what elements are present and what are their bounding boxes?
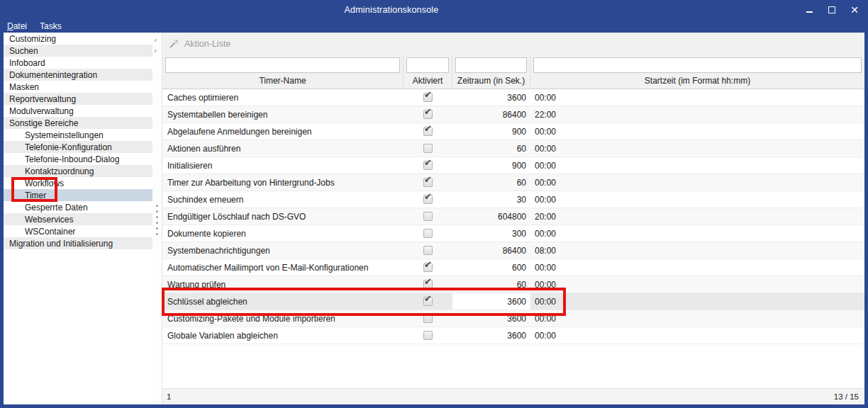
table-row[interactable]: Automatischer Mailimport von E-Mail-Konf… (162, 259, 864, 276)
sidebar-item-gesperrte-daten[interactable]: Gesperrte Daten (4, 201, 152, 213)
cell-startzeit: 00:00 (530, 144, 864, 154)
header-cell-aktiviert[interactable]: Aktiviert (404, 55, 452, 89)
sidebar-item-kontaktzuordnung[interactable]: Kontaktzuordnung (4, 165, 152, 177)
menu-item-datei[interactable]: Datei (7, 21, 27, 31)
sidebar-item-label: Customizing (9, 34, 56, 44)
filter-input-aktiviert[interactable] (406, 57, 449, 73)
menubar: DateiTasks (0, 20, 868, 33)
checkbox-unchecked-icon[interactable]: ✔ (423, 314, 433, 323)
cell-timer-name: Systemtabellen bereinigen (162, 110, 404, 120)
cell-aktiviert: ✔ (404, 310, 452, 327)
sidebar-item-dokumentenintegration[interactable]: Dokumentenintegration (4, 69, 152, 81)
checkbox-checked-icon[interactable]: ✔ (423, 110, 433, 119)
sidebar-item-timer[interactable]: Timer (4, 189, 152, 201)
table-row[interactable]: Wartung prüfen✔6000:00 (162, 276, 864, 293)
sidebar-item-telefonie-konfiguration[interactable]: Telefonie-Konfiguration (4, 141, 152, 153)
table-row[interactable]: Endgültiger Löschlauf nach DS-GVO✔604800… (162, 208, 864, 225)
expand-right-icon[interactable]: › (154, 47, 157, 55)
checkbox-checked-icon[interactable]: ✔ (423, 297, 433, 306)
window-controls: ✕ (803, 0, 861, 20)
table-row[interactable]: Schlüssel abgleichen✔360000:00 (162, 293, 864, 310)
checkbox-unchecked-icon[interactable]: ✔ (423, 229, 433, 238)
minimize-button[interactable] (803, 4, 816, 16)
sidebar-item-suchen[interactable]: Suchen (4, 45, 152, 57)
cell-aktiviert: ✔ (404, 225, 452, 242)
sidebar-item-label: Modulverwaltung (9, 106, 74, 116)
sidebar-item-reportverwaltung[interactable]: Reportverwaltung (4, 93, 152, 105)
cell-aktiviert: ✔ (404, 208, 452, 225)
table-row[interactable]: Caches optimieren✔360000:00 (162, 89, 864, 106)
sidebar-item-label: Kontaktzuordnung (25, 166, 94, 176)
table-row[interactable]: Suchindex erneuern✔3000:00 (162, 191, 864, 208)
checkbox-unchecked-icon[interactable]: ✔ (423, 144, 433, 153)
sidebar-item-masken[interactable]: Masken (4, 81, 152, 93)
sidebar-item-infoboard[interactable]: Infoboard (4, 57, 152, 69)
cell-zeitraum: 60 (452, 174, 530, 191)
table-row[interactable]: Systembenachrichtigungen✔8640008:00 (162, 242, 864, 259)
maximize-button[interactable] (825, 4, 838, 16)
cell-startzeit: 00:00 (530, 297, 864, 307)
table-row[interactable]: Aktionen ausführen✔6000:00 (162, 140, 864, 157)
sidebar-item-label: Sonstige Bereiche (9, 118, 78, 128)
cell-zeitraum: 86400 (452, 242, 530, 259)
table-row[interactable]: Timer zur Abarbeitung von Hintergrund-Jo… (162, 174, 864, 191)
sidebar-item-webservices[interactable]: Webservices (4, 213, 152, 225)
cell-startzeit: 00:00 (530, 331, 864, 341)
filter-input-startzeit[interactable] (533, 57, 862, 73)
sidebar-item-wscontainer[interactable]: WSContainer (4, 225, 152, 237)
header-cell-zeitraum[interactable]: Zeitraum (in Sek.) (452, 55, 530, 89)
sidebar-item-label: Systemeinstellungen (25, 130, 104, 140)
sidebar-splitter[interactable]: ‹ › (152, 33, 162, 404)
checkbox-checked-icon[interactable]: ✔ (423, 127, 433, 136)
cell-aktiviert: ✔ (404, 242, 452, 259)
titlebar: Administrationskonsole ✕ (0, 0, 868, 20)
checkbox-unchecked-icon[interactable]: ✔ (423, 246, 433, 255)
statusbar-page-indicator: 1 (167, 392, 171, 401)
table-row[interactable]: Dokumente kopieren✔30000:00 (162, 225, 864, 242)
sidebar-item-telefonie-inbound-dialog[interactable]: Telefonie-Inbound-Dialog (4, 153, 152, 165)
checkbox-checked-icon[interactable]: ✔ (423, 161, 433, 170)
cell-startzeit: 00:00 (530, 263, 864, 273)
collapse-left-icon[interactable]: ‹ (154, 36, 157, 44)
cell-startzeit: 00:00 (530, 229, 864, 239)
column-label-startzeit[interactable]: Startzeit (im Format hh:mm) (530, 76, 864, 86)
filter-input-timer-name[interactable] (165, 57, 400, 73)
sidebar-item-modulverwaltung[interactable]: Modulverwaltung (4, 105, 152, 117)
column-label-aktiviert[interactable]: Aktiviert (404, 76, 452, 86)
checkmark-icon: ✔ (424, 191, 432, 202)
table-row[interactable]: Abgelaufene Anmeldungen bereinigen✔90000… (162, 123, 864, 140)
table-row[interactable]: Customizing-Pakete und Module importiere… (162, 310, 864, 327)
checkmark-icon: ✔ (424, 276, 432, 287)
checkbox-unchecked-icon[interactable]: ✔ (423, 212, 433, 221)
table-row[interactable]: Globale Variablen abgleichen✔360000:00 (162, 327, 864, 344)
checkbox-unchecked-icon[interactable]: ✔ (423, 331, 433, 340)
sidebar-item-migration-und-initialisierung[interactable]: Migration und Initialisierung (4, 237, 152, 249)
column-label-timer-name[interactable]: Timer-Name (162, 76, 403, 86)
splitter-grip-icon[interactable] (156, 205, 158, 239)
table-row[interactable]: Initialisieren✔90000:00 (162, 157, 864, 174)
checkbox-checked-icon[interactable]: ✔ (423, 195, 433, 204)
checkbox-checked-icon[interactable]: ✔ (423, 178, 433, 187)
wand-icon (168, 39, 179, 50)
cell-startzeit: 00:00 (530, 93, 864, 103)
sidebar-item-workflows[interactable]: Workflows (4, 177, 152, 189)
column-label-zeitraum[interactable]: Zeitraum (in Sek.) (452, 76, 530, 86)
cell-startzeit: 20:00 (530, 212, 864, 222)
filter-input-zeitraum[interactable] (455, 57, 527, 73)
menu-item-tasks[interactable]: Tasks (40, 21, 62, 31)
checkbox-checked-icon[interactable]: ✔ (423, 93, 433, 102)
sidebar-item-label: Migration und Initialisierung (9, 239, 113, 249)
table-row[interactable]: Systemtabellen bereinigen✔8640022:00 (162, 106, 864, 123)
cell-zeitraum: 30 (452, 191, 530, 208)
close-button[interactable]: ✕ (848, 4, 861, 16)
cell-zeitraum: 3600 (452, 310, 530, 327)
sidebar-item-customizing[interactable]: Customizing (4, 33, 152, 45)
sidebar-item-sonstige-bereiche[interactable]: Sonstige Bereiche (4, 117, 152, 129)
checkbox-checked-icon[interactable]: ✔ (423, 263, 433, 272)
header-cell-timer-name[interactable]: Timer-Name (162, 55, 404, 89)
cell-timer-name: Globale Variablen abgleichen (162, 331, 404, 341)
header-cell-startzeit[interactable]: Startzeit (im Format hh:mm) (530, 55, 864, 89)
checkbox-checked-icon[interactable]: ✔ (423, 280, 433, 289)
sidebar-item-systemeinstellungen[interactable]: Systemeinstellungen (4, 129, 152, 141)
cell-timer-name: Abgelaufene Anmeldungen bereinigen (162, 127, 404, 137)
